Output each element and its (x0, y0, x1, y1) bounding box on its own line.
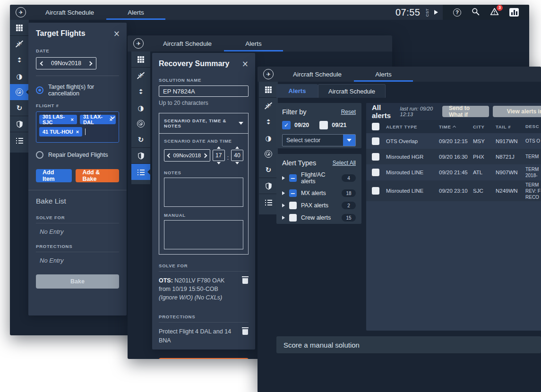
clock-timezone: CST (425, 8, 429, 17)
apps-grid-icon[interactable] (10, 20, 29, 36)
swap-icon[interactable] (259, 162, 278, 178)
app-logo-gear-icon[interactable] (263, 69, 274, 79)
table-row[interactable]: Misrouted HGR 09/20 16:30 PHX N8721J TER… (366, 149, 541, 164)
bake-list-icon[interactable] (10, 132, 29, 148)
bake-button-disabled[interactable]: Bake (36, 274, 119, 289)
target-flights-icon[interactable] (10, 84, 29, 100)
divert-flights-icon[interactable] (131, 84, 150, 100)
notes-label: NOTES (164, 170, 243, 175)
apps-grid-icon[interactable] (131, 51, 150, 68)
divert-flights-icon[interactable] (10, 52, 29, 68)
notes-textarea[interactable] (164, 178, 243, 207)
delete-icon[interactable] (242, 327, 249, 335)
score-manual-solution-bar[interactable]: Score a manual solution (276, 336, 541, 353)
row-checkbox[interactable] (372, 187, 379, 195)
add-item-button[interactable]: Add Item (36, 169, 72, 182)
analytics-icon[interactable] (509, 8, 519, 17)
checkbox-date-0920-checked[interactable] (282, 121, 291, 129)
shield-icon[interactable] (259, 178, 278, 194)
row-checkbox[interactable] (372, 137, 379, 145)
menu-tab-aircraft-schedule[interactable]: Aircraft Schedule (281, 67, 354, 82)
minute-up-icon[interactable] (235, 146, 239, 149)
apps-grid-icon[interactable] (259, 82, 278, 98)
expand-caret-icon[interactable] (282, 191, 285, 195)
rotation-icon[interactable] (259, 130, 278, 146)
menu-tab-aircraft-schedule[interactable]: Aircraft Schedule (33, 5, 106, 20)
row-checkbox[interactable] (372, 169, 379, 176)
select-all-checkbox[interactable] (372, 123, 379, 130)
alerts-bell-icon[interactable]: 3 (490, 8, 499, 17)
delete-icon[interactable] (242, 276, 249, 284)
play-icon[interactable] (434, 10, 438, 15)
send-to-whatif-button[interactable]: Send to What if (442, 106, 489, 117)
prev-date-icon[interactable] (167, 153, 172, 158)
hour-up-icon[interactable] (217, 146, 221, 149)
app-logo-gear-icon[interactable] (16, 7, 26, 17)
checkbox-unchecked[interactable] (289, 202, 297, 209)
tool-rail (131, 51, 150, 184)
search-icon[interactable] (472, 8, 480, 17)
row-checkbox[interactable] (372, 153, 379, 161)
menu-tab-alerts[interactable]: Alerts (354, 67, 413, 82)
help-icon[interactable]: ? (453, 9, 461, 17)
flight-chip[interactable]: 301 LAS-SJC (39, 115, 77, 124)
reset-link[interactable]: Reset (341, 109, 356, 115)
menu-tab-alerts[interactable]: Alerts (106, 5, 165, 20)
tab-aircraft-schedule[interactable]: Aircraft Schedule (318, 84, 386, 98)
rotation-icon[interactable] (10, 68, 29, 84)
sector-select[interactable]: Select sector (282, 134, 356, 146)
hour-down-icon[interactable] (217, 162, 221, 164)
minute-value[interactable]: 40 (231, 150, 243, 161)
divert-flights-icon[interactable] (259, 114, 278, 130)
rotation-icon[interactable] (131, 100, 150, 116)
flight-chip[interactable]: 41 TUL-HOU (39, 127, 82, 136)
checkbox-unchecked[interactable] (289, 214, 297, 222)
target-flights-icon[interactable] (131, 116, 150, 132)
view-alerts-in-schedule-button[interactable]: View alerts in sch (493, 106, 541, 117)
cancelled-flight-icon[interactable] (259, 98, 278, 114)
shield-icon[interactable] (131, 148, 150, 164)
shield-icon[interactable] (10, 116, 29, 132)
menu-tab-aircraft-schedule[interactable]: Aircraft Schedule (151, 35, 224, 51)
app-logo-gear-icon[interactable] (133, 38, 144, 49)
checkbox-date-0921-unchecked[interactable] (319, 121, 328, 129)
next-date-icon[interactable] (88, 61, 93, 66)
close-icon[interactable] (113, 30, 120, 38)
scenario-accordion-header[interactable]: SCENARIO DATE, TIME & NOTES (159, 113, 248, 134)
bake-list-icon[interactable] (131, 164, 150, 180)
solution-name-input[interactable]: EP N7824A (159, 85, 249, 97)
minute-down-icon[interactable] (235, 162, 239, 164)
checkbox-indeterminate[interactable] (289, 174, 297, 182)
table-row[interactable]: Misrouted LINE 09/20 23:10 SJC N249WN TE… (366, 180, 541, 201)
menu-tab-alerts[interactable]: Alerts (224, 35, 283, 51)
select-dropdown-button[interactable] (343, 135, 355, 146)
cancelled-flight-icon[interactable] (10, 36, 29, 52)
date-value: 09Nov2018 (51, 60, 81, 67)
swap-icon[interactable] (10, 100, 29, 116)
hour-value[interactable]: 17 (213, 150, 225, 161)
flight-multiselect[interactable]: 301 LAS-SJC 31 LAX-DAL 41 TUL-HOU (36, 111, 119, 143)
swap-icon[interactable] (131, 132, 150, 148)
add-and-bake-button[interactable]: Add & Bake (76, 169, 119, 182)
close-icon[interactable] (242, 60, 249, 68)
radio-repair-delayed[interactable]: Repair Delayed Flights (36, 151, 119, 159)
table-row[interactable]: OTS Overlap 09/20 12:15 MSY N917WN OTS O (366, 133, 541, 149)
sort-asc-icon[interactable] (452, 126, 455, 129)
bake-list-icon[interactable] (259, 194, 278, 210)
solve-for-label: SOLVE FOR (159, 263, 249, 268)
table-row[interactable]: Misrouted LINE 09/20 21:45 ATL N907WN TE… (366, 164, 541, 180)
protections-empty: No Entry (36, 257, 119, 264)
next-date-icon[interactable] (202, 153, 207, 158)
radio-target-cancellation[interactable]: Target flight(s) for cancellation (36, 84, 119, 97)
checkbox-indeterminate[interactable] (289, 189, 297, 197)
expand-caret-icon[interactable] (282, 216, 285, 220)
expand-caret-icon[interactable] (282, 204, 285, 207)
target-flights-icon[interactable] (259, 146, 278, 162)
prev-date-icon[interactable] (40, 61, 45, 66)
manual-textarea[interactable] (164, 220, 243, 249)
bake-button[interactable]: Bake (159, 358, 249, 359)
tab-alerts[interactable]: Alerts (276, 84, 318, 98)
select-all-link[interactable]: Select All (333, 160, 356, 166)
expand-caret-icon[interactable] (282, 176, 285, 180)
cancelled-flight-icon[interactable] (131, 68, 150, 84)
